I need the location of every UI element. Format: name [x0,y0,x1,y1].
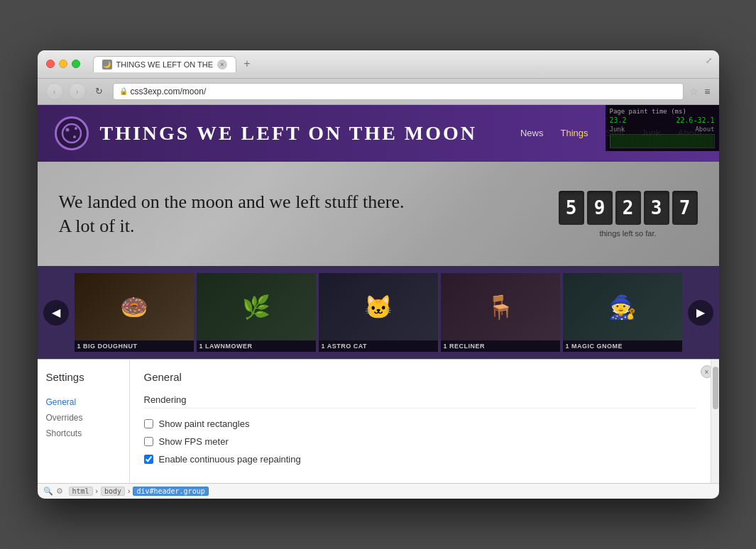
settings-panel: × Settings General Overrides Shortcuts G… [38,359,719,483]
minimize-button[interactable] [59,60,67,68]
devtools-inspect-icon[interactable]: 🔍 [43,487,53,496]
hero-text: We landed on the moon and we left stuff … [59,190,410,238]
traffic-lights [46,60,80,68]
devtools-tag-body[interactable]: body [101,487,125,496]
perf-bars [610,134,715,148]
item-thumb-bg-doughnut: 🍩 [75,273,194,340]
perf-labels: Junk About [610,126,715,133]
items-carousel: ◀ 🍩 1 BIG DOUGHNUT 🌿 1 LAWNMOWER [38,266,719,359]
site-logo-icon [55,116,89,150]
settings-nav-overrides[interactable]: Overrides [46,410,121,426]
item-thumb-bg-lawnmower: 🌿 [197,273,316,340]
settings-nav-general[interactable]: General [46,394,121,410]
url-text: css3exp.com/moon/ [131,87,207,96]
svg-point-3 [73,135,76,138]
counter-digits: 5 9 2 3 7 [559,191,698,225]
item-thumb-bg-recliner: 🪑 [441,273,560,340]
resize-icon: ⤢ [706,56,712,65]
item-card-doughnut[interactable]: 🍩 1 BIG DOUGHNUT [75,273,194,352]
settings-rendering-title: Rendering [144,394,696,409]
item-label-gnome: 1 MAGIC GNOME [563,340,682,352]
checkbox-continuous-repaint[interactable] [144,455,153,464]
logo-svg [60,122,83,145]
item-thumb-recliner: 🪑 [441,273,560,340]
item-thumb-gnome: 🧙 [563,273,682,340]
nav-things[interactable]: Things [561,128,588,138]
bookmark-button[interactable]: ☆ [689,86,699,97]
counter-label: things left so far. [559,229,698,238]
perf-numbers: 23.2 22.6-32.1 [610,116,715,124]
item-label-doughnut: 1 BIG DOUGHNUT [75,340,194,352]
digit-2: 2 [615,191,641,225]
settings-sidebar-title: Settings [46,371,121,383]
item-card-recliner[interactable]: 🪑 1 RECLINER [441,273,560,352]
checkbox-row-paint-rects: Show paint rectangles [144,418,696,429]
close-button[interactable] [46,60,55,68]
browser-window: 🌙 THINGS WE LEFT ON THE × + ⤢ ‹ › ↻ 🔒 cs… [38,50,719,499]
scrollbar-thumb[interactable] [713,367,718,409]
svg-point-1 [65,128,69,131]
checkbox-label-fps[interactable]: Show FPS meter [159,436,229,447]
refresh-button[interactable]: ↻ [92,84,107,99]
carousel-next-button[interactable]: ▶ [688,300,713,326]
digit-3: 3 [644,191,669,225]
url-lock-icon: 🔒 [119,87,128,95]
item-label-lawnmower: 1 LAWNMOWER [197,340,316,352]
item-card-gnome[interactable]: 🧙 1 MAGIC GNOME [563,273,682,352]
menu-button[interactable]: ≡ [704,86,710,97]
counter-area: 5 9 2 3 7 things left so far. [559,191,698,238]
site-title: THINGS WE LEFT ON THE MOON [100,122,478,145]
checkbox-row-continuous: Enable continuous page repainting [144,454,696,465]
item-label-cat: 1 ASTRO CAT [319,340,438,352]
perf-value2: 22.6-32.1 [676,116,714,124]
address-bar: ‹ › ↻ 🔒 css3exp.com/moon/ ☆ ≡ [38,79,719,105]
hero-section: We landed on the moon and we left stuff … [38,162,719,267]
tab-title: THINGS WE LEFT ON THE [116,60,214,69]
site-logo-area: THINGS WE LEFT ON THE MOON [55,116,478,150]
forward-button[interactable]: › [69,83,86,100]
devtools-select-icon[interactable]: ⚙ [56,487,63,496]
tab-bar: 🌙 THINGS WE LEFT ON THE × + [93,56,711,72]
item-thumb-bg-cat: 🐱 [319,273,438,340]
active-tab[interactable]: 🌙 THINGS WE LEFT ON THE × [93,56,237,72]
carousel-prev-button[interactable]: ◀ [43,300,69,326]
item-thumb-cat: 🐱 [319,273,438,340]
back-button[interactable]: ‹ [46,83,63,100]
devtools-icons: 🔍 ⚙ [43,487,63,496]
perf-overlay: Page paint time (ms) 23.2 22.6-32.1 Junk… [606,105,719,151]
hero-heading: We landed on the moon and we left stuff … [59,190,410,238]
digit-1: 9 [587,191,613,225]
tab-favicon: 🌙 [102,60,112,70]
tab-close-button[interactable]: × [217,60,227,70]
url-bar[interactable]: 🔒 css3exp.com/moon/ [113,83,684,100]
checkbox-label-continuous[interactable]: Enable continuous page repainting [159,454,301,465]
item-card-cat[interactable]: 🐱 1 ASTRO CAT [319,273,438,352]
settings-content: General Rendering Show paint rectangles … [130,360,711,483]
devtools-tag-html[interactable]: html [69,487,93,496]
checkbox-row-fps: Show FPS meter [144,436,696,447]
perf-value1: 23.2 [610,116,627,124]
new-tab-button[interactable]: + [239,57,255,70]
item-label-recliner: 1 RECLINER [441,340,560,352]
item-thumb-doughnut: 🍩 [75,273,194,340]
perf-label1: Junk [610,126,625,133]
settings-sidebar: Settings General Overrides Shortcuts [38,360,130,483]
maximize-button[interactable] [72,60,80,68]
webpage: Page paint time (ms) 23.2 22.6-32.1 Junk… [38,105,719,499]
perf-label2: About [695,126,714,133]
devtools-tag-div[interactable]: div#header.group [133,487,208,496]
checkbox-label-paint-rects[interactable]: Show paint rectangles [159,418,250,429]
checkbox-paint-rects[interactable] [144,419,153,428]
digit-0: 5 [559,191,584,225]
svg-point-0 [62,124,81,143]
svg-point-2 [75,127,77,130]
digit-4: 7 [672,191,698,225]
nav-news[interactable]: News [520,128,544,138]
checkbox-fps-meter[interactable] [144,437,153,446]
settings-scrollbar[interactable] [711,360,719,483]
settings-content-title: General [144,371,696,383]
items-grid: 🍩 1 BIG DOUGHNUT 🌿 1 LAWNMOWER 🐱 1 ASTRO… [75,273,682,352]
settings-nav-shortcuts[interactable]: Shortcuts [46,426,121,441]
item-card-lawnmower[interactable]: 🌿 1 LAWNMOWER [197,273,316,352]
item-thumb-lawnmower: 🌿 [197,273,316,340]
